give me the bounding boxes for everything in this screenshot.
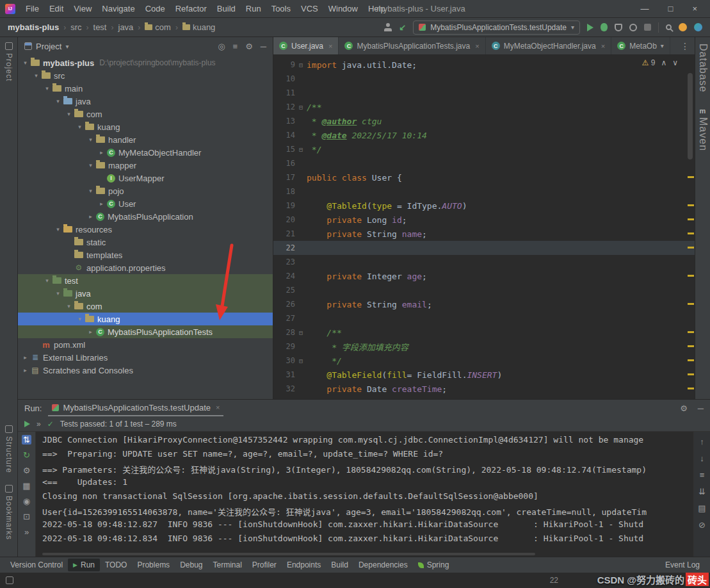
- tree-expanded-arrow[interactable]: ▾: [20, 60, 30, 66]
- tree-row-com[interactable]: ▾com: [18, 108, 273, 120]
- tree-row-pom.xml[interactable]: mpom.xml: [18, 338, 273, 351]
- fold-marker-icon[interactable]: ⊟: [295, 329, 307, 336]
- status-version-control[interactable]: Version Control: [5, 559, 68, 571]
- tree-row-static[interactable]: static: [18, 236, 273, 249]
- tab-MyMetaObjectHandler.java[interactable]: CMyMetaObjectHandler.java×: [486, 37, 612, 54]
- menu-file[interactable]: File: [20, 2, 44, 15]
- tree-row-src[interactable]: ▾src: [18, 69, 273, 82]
- settings-icon[interactable]: ⚙: [680, 404, 688, 413]
- search-icon[interactable]: [666, 24, 672, 30]
- tree-expanded-arrow[interactable]: ▾: [86, 188, 95, 194]
- status-build[interactable]: Build: [326, 559, 353, 571]
- code-line-10[interactable]: 10: [273, 72, 695, 86]
- run-button[interactable]: [587, 24, 593, 31]
- code-line-25[interactable]: 25: [273, 283, 695, 297]
- soft-wrap-icon[interactable]: ≡: [700, 470, 705, 480]
- close-icon[interactable]: ×: [328, 42, 332, 50]
- fold-marker-icon[interactable]: ⊟: [295, 357, 307, 364]
- prev-warning-icon[interactable]: ∧: [661, 58, 666, 67]
- close-icon[interactable]: ×: [216, 404, 220, 411]
- tree-row-mapper[interactable]: ▾mapper: [18, 159, 273, 172]
- tab-User.java[interactable]: CUser.java×: [273, 37, 339, 54]
- breadcrumb-item-com[interactable]: com: [145, 22, 171, 32]
- code-line-30[interactable]: 30⊟ */: [273, 354, 695, 368]
- code-line-22[interactable]: 22: [273, 241, 695, 255]
- tool-window-toggle-icon[interactable]: [6, 576, 13, 584]
- tool-tab-bookmarks[interactable]: Bookmarks: [4, 485, 13, 540]
- code-line-26[interactable]: 26 private String email;: [273, 297, 695, 311]
- chevron-down-icon[interactable]: ▾: [661, 42, 664, 49]
- tree-expanded-arrow[interactable]: ▾: [53, 290, 63, 297]
- menu-navigate[interactable]: Navigate: [97, 2, 140, 15]
- maximize-button[interactable]: □: [668, 4, 674, 13]
- status-debug[interactable]: Debug: [175, 559, 207, 571]
- scroll-to-end-icon[interactable]: ⇊: [698, 487, 706, 496]
- tree-expanded-arrow[interactable]: ▾: [42, 277, 52, 284]
- tree-expanded-arrow[interactable]: ▾: [86, 136, 95, 143]
- code-line-24[interactable]: 24 private Integer age;: [273, 269, 695, 283]
- code-line-28[interactable]: 28⊟ /**: [273, 325, 695, 339]
- project-panel-title[interactable]: Project: [36, 42, 61, 51]
- status-dependencies[interactable]: Dependencies: [353, 559, 413, 571]
- hide-panel-icon[interactable]: ─: [698, 404, 704, 413]
- tree-expanded-arrow[interactable]: ▾: [75, 316, 85, 322]
- tree-row-templates[interactable]: templates: [18, 249, 273, 261]
- tree-collapsed-arrow[interactable]: ▸: [20, 354, 30, 361]
- console[interactable]: JDBC Connection [HikariProxyConnection@1…: [36, 432, 693, 557]
- prev-occurrence-icon[interactable]: ↑: [700, 437, 704, 446]
- update-project-icon[interactable]: ↙: [399, 22, 406, 32]
- minimize-button[interactable]: —: [641, 4, 649, 13]
- menu-vcs[interactable]: VCS: [296, 2, 323, 15]
- code-editor[interactable]: 9⊟import java.util.Date;101112⊟/**13 * @…: [273, 55, 695, 399]
- menu-edit[interactable]: Edit: [44, 2, 69, 15]
- close-button[interactable]: ×: [692, 4, 697, 13]
- breadcrumb-item-java[interactable]: java: [118, 22, 134, 32]
- breadcrumb-item-mybatis-plus[interactable]: mybatis-plus: [8, 22, 59, 32]
- screenshot-icon[interactable]: ◉: [23, 496, 30, 506]
- plugin-update-icon[interactable]: [694, 23, 702, 31]
- tree-collapsed-arrow[interactable]: ▸: [97, 149, 106, 156]
- menu-refactor[interactable]: Refactor: [170, 2, 212, 15]
- menu-tools[interactable]: Tools: [266, 2, 296, 15]
- code-line-19[interactable]: 19 @TableId(type = IdType.AUTO): [273, 199, 695, 213]
- breadcrumb-item-src[interactable]: src: [70, 22, 81, 32]
- rerun-button[interactable]: [24, 421, 30, 427]
- tool-tab-structure[interactable]: Structure: [4, 425, 13, 473]
- stop-button[interactable]: [644, 24, 651, 31]
- tree-expanded-arrow[interactable]: ▾: [53, 226, 63, 233]
- close-icon[interactable]: ×: [601, 42, 605, 50]
- menu-build[interactable]: Build: [212, 2, 241, 15]
- run-tab[interactable]: MybatisPlusApplicationTests.testUpdate ×: [48, 400, 223, 416]
- code-line-9[interactable]: 9⊟import java.util.Date;: [273, 58, 695, 72]
- code-line-29[interactable]: 29 * 字段添加填充内容: [273, 339, 695, 354]
- tree-row-java[interactable]: ▾java: [18, 287, 273, 300]
- collaboration-icon[interactable]: [384, 23, 392, 31]
- tree-row-resources[interactable]: ▾resources: [18, 223, 273, 236]
- pin-icon[interactable]: ⊡: [23, 512, 30, 521]
- code-line-11[interactable]: 11: [273, 86, 695, 100]
- close-icon[interactable]: ×: [475, 42, 479, 50]
- coverage-icon[interactable]: ▦: [22, 481, 30, 491]
- code-line-12[interactable]: 12⊟/**: [273, 100, 695, 114]
- tab-MybatisPlusApplicationTests.java[interactable]: CMybatisPlusApplicationTests.java×: [339, 37, 485, 54]
- status-todo[interactable]: TODO: [100, 559, 132, 571]
- debug-button[interactable]: [601, 23, 608, 31]
- tree-row-MyMetaObjectHandler[interactable]: ▸CMyMetaObjectHandler: [18, 146, 273, 159]
- status-problems[interactable]: Problems: [132, 559, 175, 571]
- menu-run[interactable]: Run: [241, 2, 266, 15]
- fold-marker-icon[interactable]: ⊟: [295, 61, 307, 69]
- fold-marker-icon[interactable]: ⊟: [295, 104, 307, 111]
- tab-MetaOb[interactable]: CMetaOb▾: [611, 37, 670, 54]
- code-line-27[interactable]: 27: [273, 311, 695, 325]
- tree-row-java[interactable]: ▾java: [18, 95, 273, 108]
- tree-collapsed-arrow[interactable]: ▸: [86, 329, 95, 335]
- code-line-31[interactable]: 31 @TableField(fill= FieldFill.INSERT): [273, 368, 695, 382]
- profiler-button[interactable]: [629, 24, 637, 31]
- tree-expanded-arrow[interactable]: ▾: [64, 303, 74, 309]
- menu-window[interactable]: Window: [323, 2, 363, 15]
- tool-tab-project[interactable]: Project: [4, 42, 13, 81]
- run-configuration-select[interactable]: MybatisPlusApplicationTests.testUpdate ▾: [413, 20, 580, 35]
- tree-row-handler[interactable]: ▾handler: [18, 133, 273, 146]
- breadcrumb-item-test[interactable]: test: [93, 22, 107, 32]
- tree-row-application.properties[interactable]: ⚙application.properties: [18, 261, 273, 274]
